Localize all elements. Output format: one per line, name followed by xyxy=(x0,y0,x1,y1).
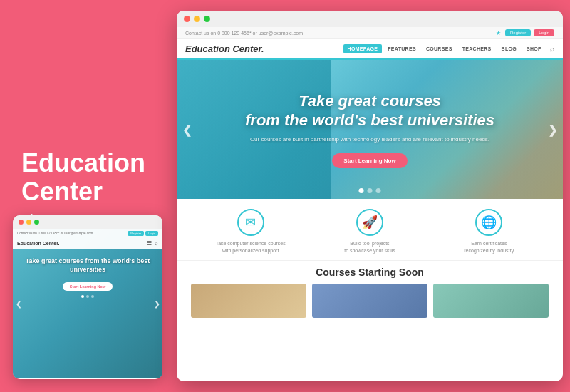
topbar-buttons: ★ Register Login xyxy=(496,29,554,36)
hero-subtitle: Our courses are built in partnership wit… xyxy=(245,136,494,143)
title-line1: Education xyxy=(21,148,145,177)
feature-item-2: 🚀 Build tool projects to showcase your s… xyxy=(316,209,424,254)
feature-icon-1: ✉ xyxy=(237,209,264,236)
mobile-top-buttons: Register Login xyxy=(128,231,158,236)
mobile-menu-icon[interactable]: ☰ xyxy=(147,240,152,247)
hero-section: Take great courses from the world's best… xyxy=(177,60,563,199)
nav-features[interactable]: FEATURES xyxy=(383,44,420,53)
feature-text-2: Build tool projects to showcase your ski… xyxy=(316,240,424,254)
mobile-dot-3[interactable] xyxy=(91,295,94,298)
site-topbar: Contact us on 0 800 123 456* or user@exa… xyxy=(177,27,563,39)
login-button[interactable]: Login xyxy=(534,29,554,36)
features-section: ✉ Take computer science courses with per… xyxy=(177,199,563,260)
hero-prev-arrow[interactable]: ❮ xyxy=(182,123,192,136)
mobile-hero: Take great courses from the world's best… xyxy=(13,249,162,278)
star-icon: ★ xyxy=(496,30,501,36)
nav-search-icon[interactable]: ⌕ xyxy=(550,45,554,53)
mobile-dot-red xyxy=(19,220,24,225)
course-thumb-2[interactable] xyxy=(312,284,428,318)
mobile-slider-dots xyxy=(13,295,162,298)
mobile-dot-green xyxy=(34,220,39,225)
mobile-topbar: Contact us on 0 800 123 456* or user@exa… xyxy=(13,229,162,238)
nav-teachers[interactable]: TEACHERS xyxy=(458,44,496,53)
feature-icon-2: 🚀 xyxy=(356,209,383,236)
course-thumb-3[interactable] xyxy=(433,284,549,318)
mobile-nav: Education Center. ☰ ⌕ xyxy=(13,238,162,249)
courses-section: Courses Starting Soon xyxy=(177,260,563,324)
hero-title: Take great courses from the world's best… xyxy=(245,91,494,130)
mobile-dot-1[interactable] xyxy=(81,295,84,298)
mobile-register-btn[interactable]: Register xyxy=(128,231,144,236)
desktop-dot-yellow xyxy=(194,16,200,22)
nav-links: HOMEPAGE FEATURES COURSES TEACHERS BLOG … xyxy=(343,44,554,53)
desktop-dot-red xyxy=(184,16,190,22)
course-thumb-1[interactable] xyxy=(191,284,306,318)
register-button[interactable]: Register xyxy=(505,29,531,36)
mobile-next-arrow[interactable]: ❯ xyxy=(154,300,160,308)
site-contact: Contact us on 0 800 123 456* or user@exa… xyxy=(185,31,303,36)
mobile-website-content: Contact us on 0 800 123 456* or user@exa… xyxy=(13,229,162,378)
nav-homepage[interactable]: HOMEPAGE xyxy=(343,44,383,53)
mobile-dot-yellow xyxy=(26,220,31,225)
hero-cta-button[interactable]: Start Learning Now xyxy=(332,153,407,168)
courses-title: Courses Starting Soon xyxy=(191,267,549,278)
feature-text-3: Earn certificates recognized by industry xyxy=(435,240,543,254)
hero-next-arrow[interactable]: ❯ xyxy=(548,123,557,136)
mobile-nav-icons: ☰ ⌕ xyxy=(147,240,158,247)
feature-text-1: Take computer science courses with perso… xyxy=(197,240,304,254)
mobile-preview: Contact us on 0 800 123 456* or user@exa… xyxy=(13,215,162,379)
theme-title: Education Center xyxy=(21,149,155,205)
mobile-prev-arrow[interactable]: ❮ xyxy=(16,300,21,308)
hero-content: Take great courses from the world's best… xyxy=(231,77,509,182)
mobile-logo: Education Center. xyxy=(17,241,60,246)
hero-dot-1[interactable] xyxy=(359,188,364,193)
title-line2: Center xyxy=(21,177,103,206)
feature-item-1: ✉ Take computer science courses with per… xyxy=(197,209,304,254)
hero-slider-dots xyxy=(359,188,381,193)
site-nav: Education Center. HOMEPAGE FEATURES COUR… xyxy=(177,39,563,60)
mobile-browser-bar xyxy=(13,215,162,229)
site-logo: Education Center. xyxy=(185,43,264,54)
mobile-contact: Contact us on 0 800 123 456* or user@exa… xyxy=(17,232,93,235)
hero-dot-3[interactable] xyxy=(376,188,381,193)
mobile-hero-title: Take great courses from the world's best… xyxy=(19,257,157,274)
feature-icon-3: 🌐 xyxy=(475,209,502,236)
desktop-preview: Contact us on 0 800 123 456* or user@exa… xyxy=(177,11,563,381)
mobile-cta-button[interactable]: Start Learning Now xyxy=(63,282,113,291)
nav-shop[interactable]: SHOP xyxy=(522,44,546,53)
nav-courses[interactable]: COURSES xyxy=(422,44,457,53)
course-thumbnails xyxy=(191,284,549,318)
nav-blog[interactable]: BLOG xyxy=(497,44,521,53)
mobile-login-btn[interactable]: Login xyxy=(145,231,158,236)
desktop-website: Contact us on 0 800 123 456* or user@exa… xyxy=(177,27,563,381)
mobile-dot-2[interactable] xyxy=(86,295,89,298)
hero-dot-2[interactable] xyxy=(368,188,373,193)
mobile-search-icon[interactable]: ⌕ xyxy=(155,240,158,247)
feature-item-3: 🌐 Earn certificates recognized by indust… xyxy=(435,209,543,254)
desktop-browser-bar xyxy=(177,11,563,27)
desktop-dot-green xyxy=(204,16,210,22)
